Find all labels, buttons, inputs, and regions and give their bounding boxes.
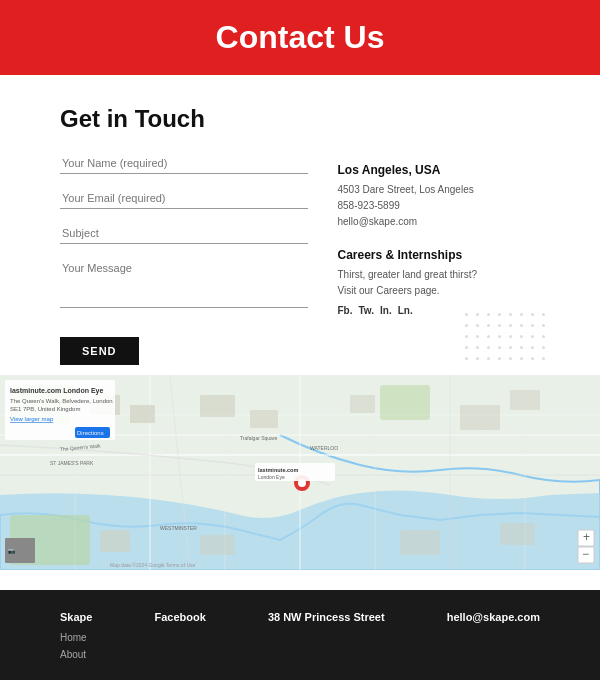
dot bbox=[476, 313, 479, 316]
dot bbox=[531, 357, 534, 360]
location-email: hello@skape.com bbox=[338, 214, 541, 230]
content-row: SEND Los Angeles, USA 4503 Dare Street, … bbox=[60, 153, 540, 365]
svg-rect-17 bbox=[130, 405, 155, 423]
svg-text:SE1 7PB, United Kingdom: SE1 7PB, United Kingdom bbox=[10, 406, 80, 412]
svg-text:Trafalgar Square: Trafalgar Square bbox=[240, 435, 278, 441]
dot bbox=[476, 324, 479, 327]
dot bbox=[509, 313, 512, 316]
dot bbox=[520, 335, 523, 338]
dot bbox=[542, 346, 545, 349]
dot bbox=[487, 335, 490, 338]
careers-section: Careers & Internships Thirst, greater la… bbox=[338, 248, 541, 316]
careers-text: Thirst, greater land great thirst? bbox=[338, 267, 541, 283]
footer-about-link[interactable]: About bbox=[60, 646, 92, 663]
footer-col-facebook: Facebook bbox=[154, 608, 205, 629]
svg-rect-26 bbox=[500, 523, 535, 545]
dot bbox=[542, 335, 545, 338]
footer-address-title: 38 NW Princess Street bbox=[268, 608, 385, 627]
contact-form: SEND bbox=[60, 153, 308, 365]
dot bbox=[520, 357, 523, 360]
footer-email-title: hello@skape.com bbox=[447, 608, 540, 627]
instagram-link[interactable]: In. bbox=[380, 305, 392, 316]
page-footer: Skape Home About Facebook 38 NW Princess… bbox=[0, 590, 600, 680]
svg-text:WESTMINSTER: WESTMINSTER bbox=[160, 525, 197, 531]
svg-text:Directions: Directions bbox=[77, 430, 104, 436]
svg-rect-18 bbox=[200, 395, 235, 417]
linkedin-link[interactable]: Ln. bbox=[398, 305, 413, 316]
section-title: Get in Touch bbox=[60, 105, 540, 133]
dot bbox=[542, 313, 545, 316]
dot bbox=[531, 324, 534, 327]
svg-text:lastminute.com: lastminute.com bbox=[258, 467, 298, 473]
svg-rect-24 bbox=[200, 535, 235, 555]
svg-rect-25 bbox=[400, 530, 440, 555]
dot bbox=[487, 324, 490, 327]
svg-text:Map data ©2024 Google Terms of: Map data ©2024 Google Terms of Use bbox=[110, 562, 196, 568]
name-input[interactable] bbox=[60, 153, 308, 174]
dot bbox=[509, 357, 512, 360]
dot bbox=[520, 324, 523, 327]
dot bbox=[476, 346, 479, 349]
footer-facebook-title: Facebook bbox=[154, 608, 205, 627]
dot bbox=[509, 324, 512, 327]
dot bbox=[465, 357, 468, 360]
svg-text:−: − bbox=[582, 547, 589, 561]
dot bbox=[487, 357, 490, 360]
contact-info: Los Angeles, USA 4503 Dare Street, Los A… bbox=[338, 153, 541, 365]
dot bbox=[509, 346, 512, 349]
svg-rect-22 bbox=[510, 390, 540, 410]
subject-field-group bbox=[60, 223, 308, 244]
twitter-link[interactable]: Tw. bbox=[359, 305, 375, 316]
dot bbox=[465, 346, 468, 349]
dot bbox=[487, 346, 490, 349]
svg-text:View larger map: View larger map bbox=[10, 416, 54, 422]
map-svg: lastminute.com London Eye The Queen's Wa… bbox=[0, 375, 600, 570]
footer-col-address: 38 NW Princess Street bbox=[268, 608, 385, 629]
location-title: Los Angeles, USA bbox=[338, 163, 541, 177]
dot bbox=[498, 357, 501, 360]
dot bbox=[531, 313, 534, 316]
name-field-group bbox=[60, 153, 308, 174]
dot bbox=[465, 313, 468, 316]
dot bbox=[498, 324, 501, 327]
page-header: Contact Us bbox=[0, 0, 600, 75]
page-title: Contact Us bbox=[216, 19, 385, 56]
dot bbox=[542, 324, 545, 327]
send-button[interactable]: SEND bbox=[60, 337, 139, 365]
svg-rect-21 bbox=[460, 405, 500, 430]
message-input[interactable] bbox=[60, 258, 308, 308]
email-field-group bbox=[60, 188, 308, 209]
svg-text:📷: 📷 bbox=[8, 547, 16, 555]
dot bbox=[476, 335, 479, 338]
facebook-link[interactable]: Fb. bbox=[338, 305, 353, 316]
dot bbox=[476, 357, 479, 360]
main-content: Get in Touch SEND Los Angeles, USA 4503 … bbox=[0, 75, 600, 590]
svg-text:+: + bbox=[583, 530, 590, 544]
dot bbox=[498, 346, 501, 349]
dot bbox=[465, 324, 468, 327]
svg-rect-15 bbox=[380, 385, 430, 420]
footer-col-email: hello@skape.com bbox=[447, 608, 540, 629]
svg-text:lastminute.com London Eye: lastminute.com London Eye bbox=[10, 387, 103, 395]
footer-col-brand: Skape Home About bbox=[60, 608, 92, 663]
dot bbox=[487, 313, 490, 316]
dot bbox=[498, 335, 501, 338]
location-phone: 858-923-5899 bbox=[338, 198, 541, 214]
careers-title: Careers & Internships bbox=[338, 248, 541, 262]
subject-input[interactable] bbox=[60, 223, 308, 244]
email-input[interactable] bbox=[60, 188, 308, 209]
dot bbox=[498, 313, 501, 316]
careers-link[interactable]: Visit our Careers page. bbox=[338, 283, 541, 299]
svg-text:The Queen's Walk, Belvedere, L: The Queen's Walk, Belvedere, London bbox=[10, 398, 113, 404]
dot bbox=[465, 335, 468, 338]
dot bbox=[531, 335, 534, 338]
map-section[interactable]: lastminute.com London Eye The Queen's Wa… bbox=[0, 375, 600, 570]
dot bbox=[531, 346, 534, 349]
svg-text:ST JAMES'S PARK: ST JAMES'S PARK bbox=[50, 460, 94, 466]
footer-brand-title: Skape bbox=[60, 608, 92, 627]
message-field-group bbox=[60, 258, 308, 311]
footer-home-link[interactable]: Home bbox=[60, 629, 92, 646]
svg-text:WATERLOO: WATERLOO bbox=[310, 445, 338, 451]
dot bbox=[520, 346, 523, 349]
dot bbox=[542, 357, 545, 360]
